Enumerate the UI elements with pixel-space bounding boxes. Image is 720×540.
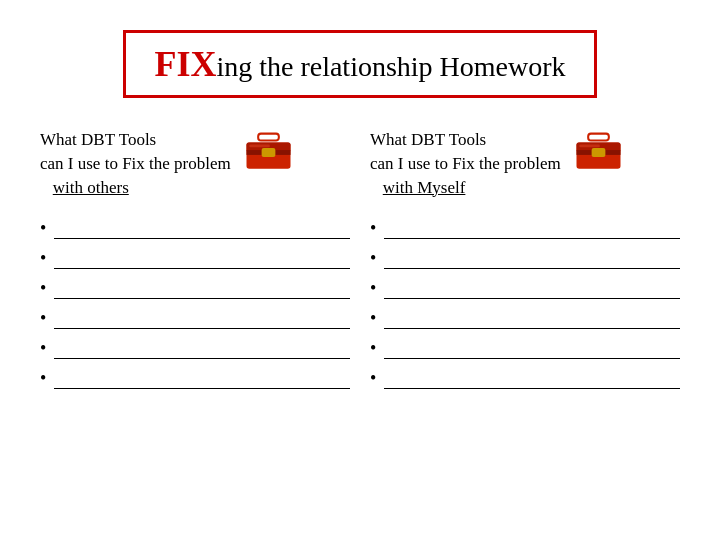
bullet-dot: • (370, 219, 376, 239)
bullet-dot: • (40, 249, 46, 269)
left-line3: with others (40, 176, 231, 200)
bullet-line (384, 341, 680, 359)
right-list-item-2: • (370, 249, 680, 269)
title-rest: ing the relationship Homework (216, 51, 565, 82)
right-line3: with Myself (370, 176, 561, 200)
bullet-dot: • (370, 339, 376, 359)
svg-rect-4 (261, 148, 275, 157)
left-list-item-6: • (40, 369, 350, 389)
title-text: FIXing the relationship Homework (154, 51, 565, 82)
bullet-dot: • (370, 279, 376, 299)
bullet-dot: • (40, 219, 46, 239)
right-list-item-3: • (370, 279, 680, 299)
bullet-line (384, 251, 680, 269)
svg-rect-0 (258, 134, 279, 141)
bullet-dot: • (40, 369, 46, 389)
left-line2: can I use to Fix the problem (40, 152, 231, 176)
page: FIXing the relationship Homework What DB… (0, 0, 720, 540)
right-list-item-4: • (370, 309, 680, 329)
bullet-line (54, 281, 350, 299)
left-list-item-5: • (40, 339, 350, 359)
bullet-line (54, 221, 350, 239)
right-bullet-list: • • • • • (370, 219, 680, 399)
left-column: What DBT Tools can I use to Fix the prob… (40, 128, 350, 399)
right-column-header-text: What DBT Tools can I use to Fix the prob… (370, 128, 561, 199)
bullet-line (54, 341, 350, 359)
right-line1: What DBT Tools (370, 128, 561, 152)
svg-rect-10 (591, 148, 605, 157)
left-underline-text: with others (53, 178, 129, 197)
bullet-line (384, 371, 680, 389)
bullet-dot: • (370, 369, 376, 389)
bullet-dot: • (370, 309, 376, 329)
title-fix: FIX (154, 44, 216, 84)
bullet-dot: • (40, 309, 46, 329)
right-underline-text: with Myself (383, 178, 466, 197)
left-column-header-text: What DBT Tools can I use to Fix the prob… (40, 128, 231, 199)
bullet-line (54, 311, 350, 329)
left-list-item-2: • (40, 249, 350, 269)
right-list-item-6: • (370, 369, 680, 389)
bullet-dot: • (40, 339, 46, 359)
right-column-header: What DBT Tools can I use to Fix the prob… (370, 128, 626, 199)
left-toolbox-icon (241, 130, 296, 175)
svg-rect-6 (588, 134, 609, 141)
columns-container: What DBT Tools can I use to Fix the prob… (40, 128, 680, 399)
bullet-line (384, 281, 680, 299)
svg-rect-5 (249, 145, 270, 148)
left-list-item-4: • (40, 309, 350, 329)
bullet-line (384, 221, 680, 239)
bullet-dot: • (40, 279, 46, 299)
bullet-line (384, 311, 680, 329)
left-list-item-1: • (40, 219, 350, 239)
bullet-line (54, 371, 350, 389)
right-toolbox-icon (571, 130, 626, 175)
title-box: FIXing the relationship Homework (123, 30, 596, 98)
right-line2: can I use to Fix the problem (370, 152, 561, 176)
right-column: What DBT Tools can I use to Fix the prob… (370, 128, 680, 399)
left-bullet-list: • • • • • (40, 219, 350, 399)
svg-rect-11 (579, 145, 600, 148)
left-column-header: What DBT Tools can I use to Fix the prob… (40, 128, 296, 199)
left-list-item-3: • (40, 279, 350, 299)
right-list-item-5: • (370, 339, 680, 359)
bullet-line (54, 251, 350, 269)
left-line1: What DBT Tools (40, 128, 231, 152)
right-list-item-1: • (370, 219, 680, 239)
bullet-dot: • (370, 249, 376, 269)
